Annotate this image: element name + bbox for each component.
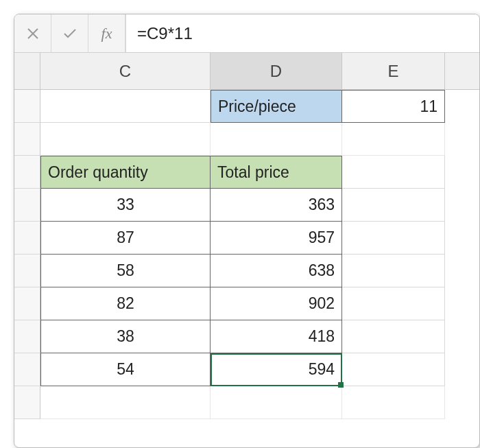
spreadsheet-window: fx =C9*11 C D E Price/piece 11 Order qua… bbox=[14, 14, 480, 448]
row: Price/piece 11 bbox=[14, 90, 479, 123]
row-gutter[interactable] bbox=[14, 156, 40, 189]
row-gutter[interactable] bbox=[14, 386, 40, 419]
cell[interactable] bbox=[342, 156, 445, 189]
cell[interactable] bbox=[342, 123, 445, 156]
row-gutter[interactable] bbox=[14, 189, 40, 222]
qty-cell[interactable]: 54 bbox=[40, 353, 211, 386]
cell[interactable] bbox=[342, 353, 445, 386]
row: Order quantity Total price bbox=[14, 156, 479, 189]
cell[interactable] bbox=[211, 386, 342, 419]
qty-cell[interactable]: 38 bbox=[40, 320, 211, 353]
table-row: 38 418 bbox=[14, 320, 479, 353]
cell[interactable] bbox=[342, 189, 445, 222]
column-header-c[interactable]: C bbox=[40, 53, 211, 89]
price-label-cell[interactable]: Price/piece bbox=[211, 90, 342, 123]
cell[interactable] bbox=[342, 255, 445, 287]
table-row: 58 638 bbox=[14, 255, 479, 287]
cell[interactable] bbox=[40, 123, 211, 156]
row-gutter[interactable] bbox=[14, 287, 40, 320]
fx-icon: fx bbox=[101, 25, 112, 43]
qty-cell[interactable]: 82 bbox=[40, 287, 211, 320]
row-gutter[interactable] bbox=[14, 90, 40, 123]
grid[interactable]: Price/piece 11 Order quantity Total pric… bbox=[14, 90, 479, 419]
price-value-cell[interactable]: 11 bbox=[342, 90, 445, 123]
row-gutter[interactable] bbox=[14, 255, 40, 287]
table-row: 33 363 bbox=[14, 189, 479, 222]
table-row: 54 594 bbox=[14, 353, 479, 386]
cell[interactable] bbox=[342, 287, 445, 320]
qty-cell[interactable]: 58 bbox=[40, 255, 211, 287]
cancel-formula-button[interactable] bbox=[14, 14, 51, 52]
total-cell[interactable]: 902 bbox=[211, 287, 342, 320]
cell[interactable] bbox=[342, 386, 445, 419]
column-header-e[interactable]: E bbox=[342, 53, 445, 89]
cell[interactable] bbox=[40, 386, 211, 419]
row-gutter[interactable] bbox=[14, 320, 40, 353]
cell[interactable] bbox=[211, 123, 342, 156]
row-gutter[interactable] bbox=[14, 123, 40, 156]
table-header-qty[interactable]: Order quantity bbox=[40, 156, 211, 189]
cell[interactable] bbox=[342, 222, 445, 255]
row bbox=[14, 123, 479, 156]
table-header-total[interactable]: Total price bbox=[211, 156, 342, 189]
cell[interactable] bbox=[342, 320, 445, 353]
total-cell[interactable]: 418 bbox=[211, 320, 342, 353]
close-icon bbox=[27, 27, 39, 40]
formula-bar: fx =C9*11 bbox=[14, 14, 479, 53]
insert-function-button[interactable]: fx bbox=[88, 14, 125, 52]
row-gutter[interactable] bbox=[14, 222, 40, 255]
total-cell[interactable]: 957 bbox=[211, 222, 342, 255]
formula-input[interactable]: =C9*11 bbox=[125, 14, 479, 52]
table-row: 82 902 bbox=[14, 287, 479, 320]
total-cell[interactable]: 363 bbox=[211, 189, 342, 222]
cell[interactable] bbox=[40, 90, 211, 123]
qty-cell[interactable]: 33 bbox=[40, 189, 211, 222]
row bbox=[14, 386, 479, 419]
column-header-d[interactable]: D bbox=[211, 53, 342, 89]
check-icon bbox=[63, 27, 77, 40]
total-cell[interactable]: 638 bbox=[211, 255, 342, 287]
table-row: 87 957 bbox=[14, 222, 479, 255]
select-all-corner[interactable] bbox=[14, 53, 40, 89]
row-gutter[interactable] bbox=[14, 353, 40, 386]
column-headers: C D E bbox=[14, 53, 479, 90]
total-cell[interactable]: 594 bbox=[211, 353, 342, 386]
qty-cell[interactable]: 87 bbox=[40, 222, 211, 255]
confirm-formula-button[interactable] bbox=[51, 14, 88, 52]
